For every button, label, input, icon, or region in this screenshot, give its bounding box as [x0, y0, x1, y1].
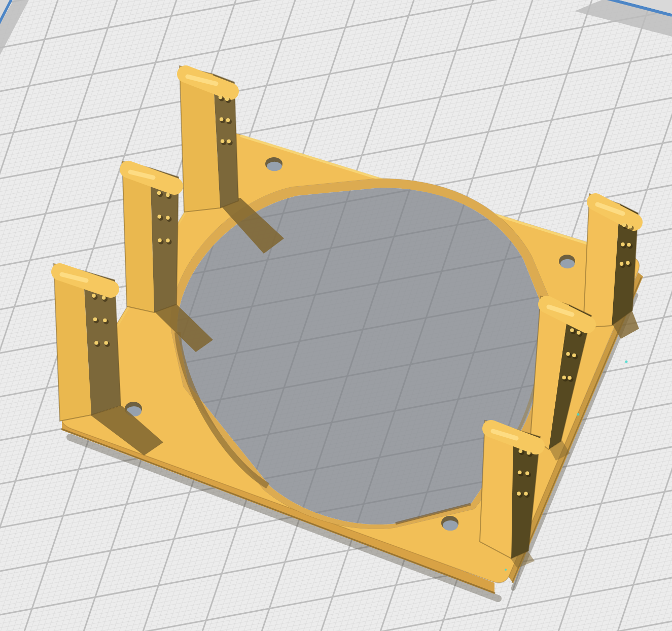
pillar-3: [54, 264, 121, 421]
scene-svg: [0, 0, 672, 631]
pillar-4: [583, 194, 638, 328]
pillar-1: [180, 66, 238, 212]
slicer-3d-viewport[interactable]: [0, 0, 672, 631]
pillar-2: [122, 161, 179, 312]
